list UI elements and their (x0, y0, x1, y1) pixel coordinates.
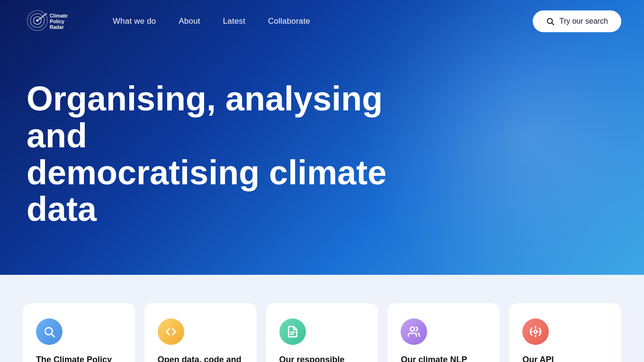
nav-item-collaborate[interactable]: Collaborate (257, 13, 322, 30)
hero-section: Climate Policy Radar What we do About La… (0, 0, 644, 275)
hero-heading: Organising, analysing and democratising … (27, 81, 415, 228)
nav-links: What we do About Latest Collaborate (101, 13, 533, 30)
card-title-2: Open data, code and ML models (158, 354, 243, 362)
svg-text:Radar: Radar (50, 24, 64, 30)
main-nav: Climate Policy Radar What we do About La… (0, 0, 644, 43)
search-button[interactable]: Try our search (533, 10, 621, 32)
svg-point-15 (534, 330, 537, 334)
card-climate-policy-radar-app[interactable]: The Climate Policy Radar app (23, 303, 135, 362)
cards-section: The Climate Policy Radar app Open data, … (0, 275, 644, 362)
card-responsible-ai[interactable]: Our responsible approach to AI (266, 303, 378, 362)
card-title-3: Our responsible approach to AI (279, 354, 365, 362)
card-icon-api (522, 318, 549, 345)
card-climate-nlp-community[interactable]: Our climate NLP community (387, 303, 500, 362)
card-icon-search (36, 318, 63, 345)
card-title-5: Our API (522, 354, 608, 362)
card-title-1: The Climate Policy Radar app (36, 354, 122, 362)
card-open-data-code-ml[interactable]: Open data, code and ML models (144, 303, 257, 362)
svg-point-14 (411, 327, 415, 331)
search-icon (546, 17, 555, 26)
nav-item-latest[interactable]: Latest (212, 13, 257, 30)
cards-row: The Climate Policy Radar app Open data, … (23, 303, 621, 362)
site-logo[interactable]: Climate Policy Radar (23, 9, 84, 34)
svg-text:Climate: Climate (50, 13, 68, 18)
card-icon-code (158, 318, 184, 345)
card-title-4: Our climate NLP community (401, 354, 486, 362)
nav-item-what-we-do[interactable]: What we do (101, 13, 167, 30)
card-our-api[interactable]: Our API (509, 303, 621, 362)
card-icon-people (401, 318, 427, 345)
hero-text: Organising, analysing and democratising … (0, 43, 644, 228)
svg-line-11 (52, 334, 54, 337)
card-icon-document (279, 318, 306, 345)
nav-item-about[interactable]: About (167, 13, 211, 30)
svg-line-9 (552, 23, 554, 25)
svg-text:Policy: Policy (50, 18, 64, 24)
